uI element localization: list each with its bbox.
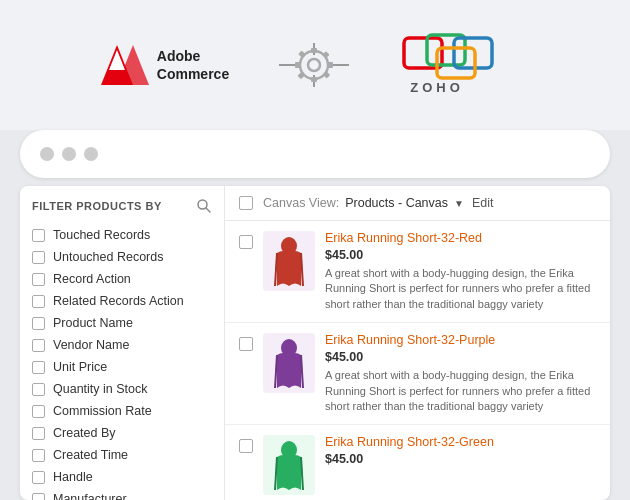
filter-label: FILTER PRODUCTS BY: [32, 200, 162, 212]
product-info-product-2: Erika Running Short-32-Purple $45.00 A g…: [325, 333, 596, 414]
product-price-product-3: $45.00: [325, 452, 596, 466]
checkbox-manufacturer[interactable]: [32, 493, 45, 501]
filter-label-related-records-action: Related Records Action: [53, 294, 184, 308]
filter-item-product-name[interactable]: Product Name: [20, 312, 224, 334]
checkbox-related-records-action[interactable]: [32, 295, 45, 308]
search-icon[interactable]: [196, 198, 212, 214]
svg-rect-12: [328, 62, 333, 68]
header: Adobe Commerce: [0, 0, 630, 130]
filter-item-record-action[interactable]: Record Action: [20, 268, 224, 290]
product-desc-product-2: A great short with a body-hugging design…: [325, 368, 596, 414]
checkbox-untouched-records[interactable]: [32, 251, 45, 264]
nav-dot-1: [40, 147, 54, 161]
product-image-product-2: [263, 333, 315, 393]
svg-rect-10: [311, 77, 317, 82]
product-row-product-3[interactable]: Erika Running Short-32-Green $45.00: [225, 425, 610, 500]
connector-icon: [269, 35, 359, 95]
svg-rect-11: [295, 62, 300, 68]
checkbox-product-name[interactable]: [32, 317, 45, 330]
canvas-view-label: Canvas View:: [263, 196, 339, 210]
product-image-product-1: [263, 231, 315, 291]
product-price-product-2: $45.00: [325, 350, 596, 364]
filter-item-manufacturer[interactable]: Manufacturer: [20, 488, 224, 500]
filter-item-vendor-name[interactable]: Vendor Name: [20, 334, 224, 356]
filter-item-created-by[interactable]: Created By: [20, 422, 224, 444]
product-info-product-1: Erika Running Short-32-Red $45.00 A grea…: [325, 231, 596, 312]
filter-label-manufacturer: Manufacturer: [53, 492, 127, 500]
product-row-product-2[interactable]: Erika Running Short-32-Purple $45.00 A g…: [225, 323, 610, 425]
filter-item-touched-records[interactable]: Touched Records: [20, 224, 224, 246]
zoho-logo-icon: ZOHO: [399, 30, 529, 100]
product-row-product-1[interactable]: Erika Running Short-32-Red $45.00 A grea…: [225, 221, 610, 323]
product-desc-product-1: A great short with a body-hugging design…: [325, 266, 596, 312]
filter-label-commission-rate: Commission Rate: [53, 404, 152, 418]
nav-dot-2: [62, 147, 76, 161]
filter-label-touched-records: Touched Records: [53, 228, 150, 242]
svg-rect-16: [323, 71, 330, 78]
filter-label-created-time: Created Time: [53, 448, 128, 462]
select-all-checkbox[interactable]: [239, 196, 253, 210]
adobe-commerce-logo: Adobe Commerce: [101, 45, 229, 85]
filter-items-container: Touched Records Untouched Records Record…: [20, 224, 224, 500]
checkbox-handle[interactable]: [32, 471, 45, 484]
svg-line-23: [206, 208, 210, 212]
filter-label-quantity-in-stock: Quantity in Stock: [53, 382, 148, 396]
checkbox-commission-rate[interactable]: [32, 405, 45, 418]
checkbox-unit-price[interactable]: [32, 361, 45, 374]
products-panel: Canvas View: Products - Canvas ▼ Edit Er…: [225, 186, 610, 500]
product-name-product-1[interactable]: Erika Running Short-32-Red: [325, 231, 596, 245]
checkbox-vendor-name[interactable]: [32, 339, 45, 352]
checkbox-created-by[interactable]: [32, 427, 45, 440]
product-checkbox-product-2[interactable]: [239, 337, 253, 351]
checkbox-created-time[interactable]: [32, 449, 45, 462]
svg-text:ZOHO: ZOHO: [410, 80, 464, 95]
main-content: FILTER PRODUCTS BY Touched Records Untou…: [20, 186, 610, 500]
checkbox-record-action[interactable]: [32, 273, 45, 286]
canvas-dropdown-icon[interactable]: ▼: [454, 198, 464, 209]
products-container: Erika Running Short-32-Red $45.00 A grea…: [225, 221, 610, 500]
filter-label-unit-price: Unit Price: [53, 360, 107, 374]
filter-item-related-records-action[interactable]: Related Records Action: [20, 290, 224, 312]
product-checkbox-product-3[interactable]: [239, 439, 253, 453]
svg-point-8: [308, 59, 320, 71]
checkbox-quantity-in-stock[interactable]: [32, 383, 45, 396]
checkbox-touched-records[interactable]: [32, 229, 45, 242]
filter-label-product-name: Product Name: [53, 316, 133, 330]
svg-rect-14: [323, 51, 330, 58]
adobe-icon: [101, 45, 149, 85]
canvas-header: Canvas View: Products - Canvas ▼ Edit: [225, 186, 610, 221]
product-info-product-3: Erika Running Short-32-Green $45.00: [325, 435, 596, 470]
product-name-product-2[interactable]: Erika Running Short-32-Purple: [325, 333, 596, 347]
filter-label-handle: Handle: [53, 470, 93, 484]
adobe-commerce-text: Adobe Commerce: [157, 47, 229, 83]
product-price-product-1: $45.00: [325, 248, 596, 262]
gear-connector-icon: [269, 35, 359, 95]
product-image-product-3: [263, 435, 315, 495]
navigation-bar: [20, 130, 610, 178]
filter-label-untouched-records: Untouched Records: [53, 250, 163, 264]
filter-header: FILTER PRODUCTS BY: [20, 198, 224, 224]
filter-item-created-time[interactable]: Created Time: [20, 444, 224, 466]
zoho-logo: ZOHO: [399, 30, 529, 100]
sidebar: FILTER PRODUCTS BY Touched Records Untou…: [20, 186, 225, 500]
product-name-product-3[interactable]: Erika Running Short-32-Green: [325, 435, 596, 449]
filter-item-commission-rate[interactable]: Commission Rate: [20, 400, 224, 422]
svg-rect-9: [311, 48, 317, 53]
filter-label-created-by: Created By: [53, 426, 116, 440]
filter-label-record-action: Record Action: [53, 272, 131, 286]
product-checkbox-product-1[interactable]: [239, 235, 253, 249]
filter-label-vendor-name: Vendor Name: [53, 338, 129, 352]
filter-item-untouched-records[interactable]: Untouched Records: [20, 246, 224, 268]
nav-dot-3: [84, 147, 98, 161]
canvas-name[interactable]: Products - Canvas: [345, 196, 448, 210]
canvas-edit-link[interactable]: Edit: [472, 196, 494, 210]
filter-item-handle[interactable]: Handle: [20, 466, 224, 488]
filter-item-unit-price[interactable]: Unit Price: [20, 356, 224, 378]
filter-item-quantity-in-stock[interactable]: Quantity in Stock: [20, 378, 224, 400]
